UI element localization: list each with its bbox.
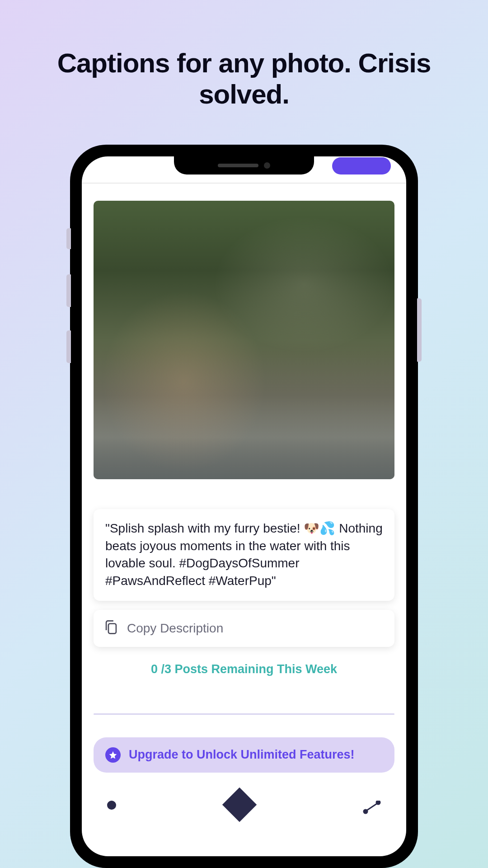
svg-rect-0 <box>108 623 116 633</box>
caption-card: "Splish splash with my furry bestie! 🐶💦 … <box>94 509 394 601</box>
marketing-headline: Captions for any photo. Crisis solved. <box>0 0 488 110</box>
nav-home[interactable] <box>107 801 116 810</box>
svg-line-3 <box>366 803 377 811</box>
bottom-nav <box>94 801 394 817</box>
copy-label: Copy Description <box>127 621 223 636</box>
divider <box>94 713 394 715</box>
uploaded-photo[interactable] <box>94 201 394 479</box>
copy-description-button[interactable]: Copy Description <box>94 610 394 647</box>
app-content: "Splish splash with my furry bestie! 🐶💦 … <box>82 184 406 817</box>
phone-notch <box>174 156 314 175</box>
phone-side-button-right <box>417 298 422 362</box>
generated-caption: "Splish splash with my furry bestie! 🐶💦 … <box>105 520 383 590</box>
copy-icon <box>104 620 118 637</box>
nav-share[interactable] <box>363 801 381 817</box>
phone-frame: "Splish splash with my furry bestie! 🐶💦 … <box>70 145 418 868</box>
phone-side-buttons-left <box>66 228 71 387</box>
star-icon <box>105 747 121 763</box>
header-action-button[interactable] <box>332 157 391 175</box>
nav-create[interactable] <box>222 787 257 821</box>
upgrade-banner[interactable]: Upgrade to Unlock Unlimited Features! <box>94 737 394 773</box>
phone-screen: "Splish splash with my furry bestie! 🐶💦 … <box>82 156 406 856</box>
upgrade-text: Upgrade to Unlock Unlimited Features! <box>129 748 355 762</box>
posts-remaining: 0 /3 Posts Remaining This Week <box>94 662 394 676</box>
